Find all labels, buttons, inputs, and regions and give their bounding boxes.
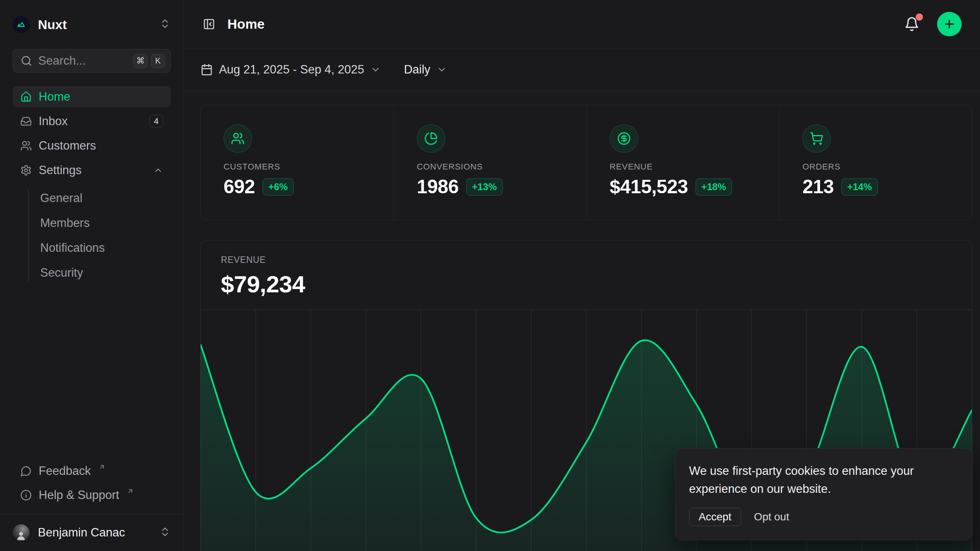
sidebar-item-label: Help & Support — [39, 488, 119, 502]
stat-value: 1986 — [417, 176, 459, 198]
sidebar-item-label: Members — [40, 216, 163, 230]
inbox-icon — [20, 116, 32, 127]
stat-label: REVENUE — [610, 162, 779, 172]
users-icon — [20, 140, 32, 152]
cookie-actions: Accept Opt out — [689, 508, 959, 526]
stat-customers: CUSTOMERS 692 +6% — [201, 105, 394, 220]
sidebar-item-inbox[interactable]: Inbox 4 — [13, 111, 171, 132]
pie-chart-icon — [417, 124, 445, 153]
circle-dollar-icon — [610, 124, 638, 153]
stat-delta-badge: +13% — [466, 178, 503, 196]
sidebar-item-label: Notifications — [40, 241, 163, 255]
search-placeholder: Search... — [38, 54, 127, 68]
message-circle-icon — [20, 465, 32, 477]
sidebar-item-notifications[interactable]: Notifications — [13, 237, 171, 259]
info-circle-icon — [20, 489, 32, 501]
sidebar: Nuxt Search... ⌘ K Home — [0, 0, 184, 551]
search-input[interactable]: Search... ⌘ K — [13, 49, 171, 73]
sidebar-toggle-button[interactable] — [201, 16, 217, 33]
kbd-cmd: ⌘ — [133, 54, 148, 68]
sidebar-spacer — [13, 284, 171, 460]
user-menu[interactable]: Benjamin Canac — [13, 514, 171, 551]
sidebar-item-help-support[interactable]: Help & Support — [13, 484, 171, 506]
add-button[interactable] — [937, 12, 962, 36]
stat-revenue: REVENUE $415,523 +18% — [586, 105, 779, 220]
revenue-chart-value: $79,234 — [221, 271, 972, 298]
user-avatar — [13, 524, 29, 541]
users-icon — [224, 124, 252, 153]
sidebar-nav: Home Inbox 4 Customers Settings — [13, 86, 171, 284]
sidebar-item-settings[interactable]: Settings — [13, 160, 171, 181]
sidebar-item-label: Settings — [39, 163, 146, 177]
chevrons-up-down-icon — [159, 526, 171, 539]
stat-delta-badge: +6% — [263, 178, 294, 196]
house-icon — [20, 91, 32, 103]
revenue-chart-label: REVENUE — [221, 255, 972, 265]
sidebar-item-label: Home — [39, 90, 163, 104]
stat-conversions: CONVERSIONS 1986 +13% — [394, 105, 586, 220]
sidebar-item-label: Customers — [39, 139, 163, 153]
chevron-down-icon — [370, 64, 381, 75]
workspace-switcher[interactable]: Nuxt — [13, 0, 171, 49]
user-name: Benjamin Canac — [38, 526, 151, 540]
inbox-count-badge: 4 — [149, 115, 163, 128]
shopping-cart-icon — [802, 124, 831, 153]
date-range-picker[interactable]: Aug 21, 2025 - Sep 4, 2025 — [201, 63, 381, 77]
stat-value: 692 — [224, 176, 255, 198]
period-select[interactable]: Daily — [404, 63, 447, 77]
notification-dot — [916, 13, 923, 21]
accept-button[interactable]: Accept — [689, 508, 741, 526]
sidebar-item-general[interactable]: General — [13, 187, 171, 209]
external-link-icon — [98, 463, 106, 471]
opt-out-button[interactable]: Opt out — [754, 511, 789, 523]
sidebar-item-label: Feedback — [39, 464, 91, 478]
toolbar: Aug 21, 2025 - Sep 4, 2025 Daily — [184, 48, 980, 91]
sidebar-item-security[interactable]: Security — [13, 262, 171, 284]
kbd-k: K — [151, 54, 165, 68]
search-icon — [21, 55, 32, 67]
sidebar-item-feedback[interactable]: Feedback — [13, 460, 171, 482]
app-root: Nuxt Search... ⌘ K Home — [0, 0, 980, 551]
stat-value: $415,523 — [610, 176, 688, 198]
stat-delta-badge: +18% — [696, 178, 732, 196]
stat-value: 213 — [802, 176, 834, 198]
revenue-chart-header: REVENUE $79,234 — [201, 241, 972, 298]
settings-subnav: General Members Notifications Security — [13, 187, 171, 284]
stat-label: ORDERS — [802, 162, 972, 172]
calendar-icon — [201, 64, 213, 76]
stat-label: CONVERSIONS — [417, 162, 586, 172]
sidebar-item-label: Inbox — [39, 114, 142, 128]
nuxt-logo-icon — [13, 16, 29, 33]
stat-orders: ORDERS 213 +14% — [779, 105, 972, 220]
date-range-label: Aug 21, 2025 - Sep 4, 2025 — [219, 63, 364, 77]
chevron-down-icon — [436, 64, 447, 75]
sidebar-item-label: General — [40, 191, 163, 205]
search-shortcut: ⌘ K — [133, 54, 165, 68]
chevrons-up-down-icon — [159, 18, 171, 31]
sidebar-item-label: Security — [40, 266, 163, 280]
sidebar-item-customers[interactable]: Customers — [13, 135, 171, 156]
gear-icon — [20, 165, 32, 176]
sidebar-footer-nav: Feedback Help & Support — [13, 460, 171, 506]
period-label: Daily — [404, 63, 430, 77]
stats-card: CUSTOMERS 692 +6% CONVERSIONS 1986 +13% — [200, 105, 972, 220]
plus-icon — [943, 18, 956, 31]
page-header: Home — [184, 0, 980, 48]
sidebar-item-home[interactable]: Home — [13, 86, 171, 108]
workspace-name: Nuxt — [38, 17, 151, 32]
sidebar-item-members[interactable]: Members — [13, 212, 171, 234]
stat-delta-badge: +14% — [841, 178, 878, 196]
chevron-up-icon — [153, 165, 163, 175]
panel-left-close-icon — [203, 18, 215, 30]
cookie-message: We use first-party cookies to enhance yo… — [689, 462, 934, 498]
notifications-button[interactable] — [902, 14, 922, 34]
page-title: Home — [227, 16, 892, 32]
stat-label: CUSTOMERS — [224, 162, 394, 172]
cookie-banner: We use first-party cookies to enhance yo… — [675, 448, 973, 540]
external-link-icon — [127, 487, 134, 495]
